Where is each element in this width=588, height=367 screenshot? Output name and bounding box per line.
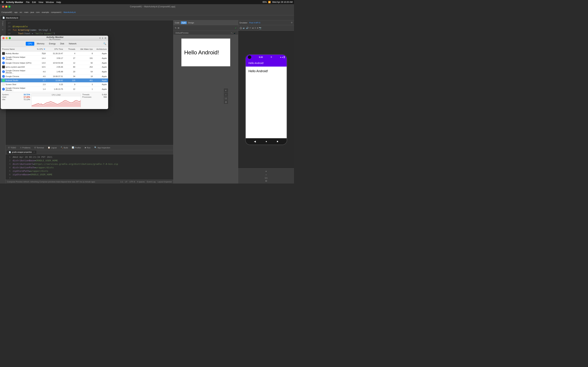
col-cpu-time[interactable]: CPU Time: [47, 47, 64, 51]
col-cpu[interactable]: % CPU ▼: [35, 47, 47, 51]
project-icon[interactable]: Project: [1, 22, 5, 25]
layout-inspector[interactable]: Layout Inspector: [158, 181, 172, 183]
am-tab-network[interactable]: Network: [67, 42, 78, 46]
col-arch[interactable]: Architecture: [94, 47, 108, 51]
design-tab[interactable]: Design: [188, 22, 194, 24]
interactive-icon[interactable]: ⊞: [178, 27, 179, 29]
col-threads[interactable]: Threads: [64, 47, 77, 51]
menu-help[interactable]: Help: [56, 1, 61, 3]
am-close-icon[interactable]: ✕: [99, 37, 101, 39]
table-row[interactable]: Activity Monitor 71.0 31:26:19.47 4 8 Ap…: [1, 51, 108, 56]
maximize-button[interactable]: [9, 6, 10, 8]
tab-run[interactable]: ▶ Run: [83, 146, 92, 150]
tab-logcat[interactable]: 📋 Logcat: [46, 146, 59, 150]
indent[interactable]: 4 spaces: [137, 181, 145, 183]
breadcrumb-java[interactable]: java: [30, 11, 34, 13]
emulator-settings-icon[interactable]: ⚙: [291, 22, 293, 24]
close-button[interactable]: [2, 6, 4, 8]
emulator-device[interactable]: Pixel 4 API S: [249, 22, 260, 24]
power-icon[interactable]: ⏻: [240, 26, 242, 29]
pause-icon[interactable]: ⏸: [254, 27, 256, 29]
am-tab-cpu[interactable]: CPU: [26, 42, 34, 46]
structure-icon[interactable]: ≡: [1, 28, 5, 32]
table-row[interactable]: Google Chrome Helper (Rende... 1.4 1:45:…: [1, 86, 108, 92]
table-row[interactable]: Google Chrome Helper (GPU) 13.0 10:54:54…: [1, 61, 108, 65]
am-tab-disk[interactable]: Disk: [58, 42, 66, 46]
menu-file[interactable]: File: [26, 1, 30, 3]
table-row[interactable]: Screen Shot 2.0 0.25 9 3 Apple: [1, 83, 108, 86]
screenshot-icon[interactable]: 📷: [259, 27, 261, 29]
zoom-frame-button[interactable]: ⊡: [224, 100, 228, 104]
emulator-zoom-frame[interactable]: ⊡: [265, 180, 267, 182]
tab-app-inspection[interactable]: 🔍 App Inspection: [93, 146, 112, 150]
refresh-icon[interactable]: ↻: [175, 27, 177, 29]
stop-icon[interactable]: ■: [257, 27, 258, 29]
emulator-zoom-in[interactable]: +: [265, 170, 267, 173]
zoom-fit-button[interactable]: 1:1: [224, 97, 228, 100]
ide-toolbar: ComposeM1 › app › src › main › java › co…: [0, 9, 294, 15]
zoom-out-button[interactable]: −: [224, 93, 228, 97]
volume-down-icon[interactable]: 🔉: [243, 27, 245, 29]
am-maximize-button[interactable]: [9, 37, 11, 39]
event-log[interactable]: Event Log: [147, 181, 156, 183]
menu-window[interactable]: Window: [46, 1, 54, 3]
menu-edit[interactable]: Edit: [32, 1, 36, 3]
breadcrumb-com[interactable]: com: [36, 11, 40, 13]
rotate-icon[interactable]: ⟳: [249, 27, 251, 29]
col-idle[interactable]: Idle Wake Ups: [77, 47, 94, 51]
volume-up-icon[interactable]: 🔊: [246, 27, 249, 29]
bottom-editor[interactable]: 1 #Wed Apr 28 08:21:34 PDT 2021 2 distri…: [6, 154, 173, 180]
am-info-icon[interactable]: ℹ: [102, 37, 103, 39]
am-stats: System: 10.71% User: 17.15% Idle: 72.13%…: [1, 92, 108, 109]
apple-menu-icon[interactable]: ⌘: [1, 1, 4, 3]
line-ending[interactable]: LF: [125, 181, 127, 183]
ide-title: ComposeM1 – MainActivity.kt [ComposeM1.a…: [13, 5, 292, 8]
tab-gradle-wrapper[interactable]: 📄 gradle-wrapper.properties ×: [7, 150, 36, 154]
table-row-android-studio[interactable]: Android Studio 2.7 11:09.62 115 451 Appl…: [1, 78, 108, 83]
am-close-button[interactable]: [2, 37, 5, 39]
breadcrumb-file[interactable]: MainActivity.kt: [63, 11, 76, 13]
preview-device-icon[interactable]: 📱: [233, 32, 236, 34]
tab-todo[interactable]: ☑ TODO: [6, 146, 18, 150]
breadcrumb-src[interactable]: src: [20, 11, 22, 13]
am-search-icon[interactable]: 🔍: [103, 42, 106, 45]
am-tab-energy[interactable]: Energy: [47, 42, 58, 46]
home-button[interactable]: ●: [266, 140, 267, 143]
am-minimize-button[interactable]: [6, 37, 8, 39]
breadcrumb-app[interactable]: app: [14, 11, 17, 13]
emulator-zoom-out[interactable]: −: [265, 173, 267, 176]
back-nav-icon[interactable]: ◀: [252, 27, 253, 29]
tab-mainactivity[interactable]: 📄 MainActivity.kt: [1, 16, 20, 20]
menubar-app-name[interactable]: Activity Monitor: [6, 1, 23, 3]
charset[interactable]: UTF-8: [130, 181, 135, 183]
tab-profiler[interactable]: 📊 Profiler: [70, 146, 83, 150]
phone-nav-bar: ◀ ● ■: [246, 138, 287, 144]
breadcrumb-composem1[interactable]: ComposeM1: [1, 11, 12, 13]
table-row[interactable]: Google Chrome Helper (Rende... 14.4 3:59…: [1, 56, 108, 61]
col-process-name[interactable]: Process Name: [1, 47, 35, 51]
emulator-zoom-reset[interactable]: 1:1: [265, 177, 268, 179]
line-col[interactable]: 1:1: [121, 181, 123, 183]
emulator-toolbar: ⏻ 🔉 🔊 ⟳ ◀ ⏸ ■ 📷: [238, 25, 294, 31]
breadcrumb-main[interactable]: main: [24, 11, 28, 13]
am-options-icon[interactable]: ⚙: [104, 37, 106, 39]
preview-expand-icon[interactable]: ⤡: [231, 32, 233, 34]
zoom-in-button[interactable]: +: [224, 88, 228, 93]
breadcrumb-composem1-pkg[interactable]: composem1: [51, 11, 61, 13]
minimize-button[interactable]: [5, 6, 7, 8]
table-row[interactable]: qemu-system-aarch64 10.5 2:05.66 80 252 …: [1, 65, 108, 69]
menu-view[interactable]: View: [38, 1, 43, 3]
table-row[interactable]: Google Chrome Helper (Rende... 4.6 1:45.…: [1, 69, 108, 75]
am-cpu-chart: CPU LOAD: [32, 93, 81, 108]
tab-problems[interactable]: ⚠ Problems: [18, 146, 32, 150]
back-button[interactable]: ◀: [254, 140, 256, 143]
code-tab[interactable]: Code: [175, 22, 179, 24]
split-tab[interactable]: Split: [181, 21, 187, 24]
recents-button[interactable]: ■: [277, 140, 278, 143]
tab-terminal[interactable]: ⊡ Terminal: [33, 146, 46, 150]
breadcrumb-example[interactable]: example: [42, 11, 49, 13]
compose-preview: Hello Android!: [181, 38, 230, 67]
tab-build[interactable]: 🔨 Build: [59, 146, 70, 150]
table-row[interactable]: Google Chrome 4.6 19:08:37.51 34 18 Appl…: [1, 75, 108, 78]
am-tab-memory[interactable]: Memory: [35, 42, 46, 46]
